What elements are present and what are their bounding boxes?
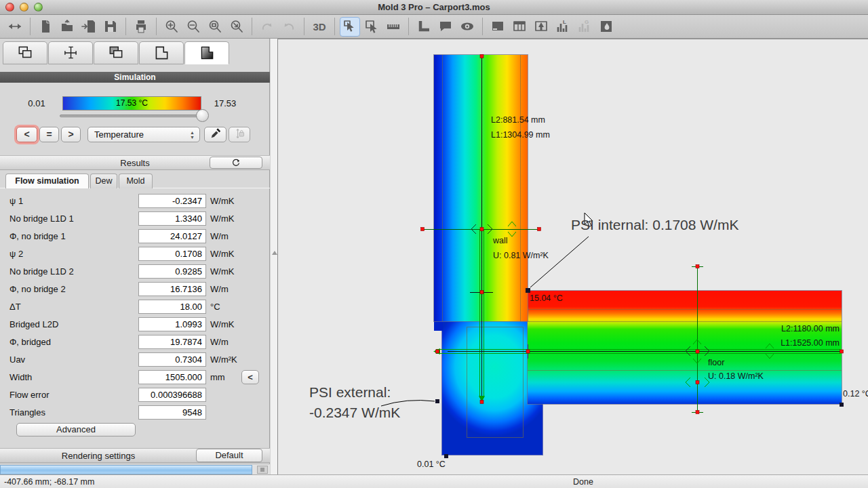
comment-tool-button[interactable] xyxy=(435,17,456,37)
result-row: UavW/m²K xyxy=(0,352,270,369)
panel-horizontal-scrollbar[interactable] xyxy=(0,464,270,474)
simulation-header: Simulation xyxy=(0,72,270,83)
new-file-button[interactable] xyxy=(35,17,56,37)
step-prev-button[interactable]: < xyxy=(16,127,37,142)
title-bar: Mold 3 Pro – Carport3.mos xyxy=(0,0,868,15)
floor-l2-label: L2:1180.00 mm xyxy=(712,324,840,333)
scale-min-label: 0.01 xyxy=(19,98,54,108)
result-value-input[interactable] xyxy=(138,247,206,261)
result-value-input[interactable] xyxy=(138,370,206,384)
result-value-input[interactable] xyxy=(138,229,206,243)
select-tool-button[interactable] xyxy=(340,17,360,37)
result-value-input[interactable] xyxy=(138,335,206,349)
zoom-reset-button[interactable] xyxy=(226,17,247,37)
save-file-button[interactable] xyxy=(100,17,121,37)
dimension-lock-button xyxy=(229,127,250,142)
undo-button[interactable] xyxy=(257,17,277,37)
result-unit: W/mK xyxy=(210,266,234,277)
svg-text:L: L xyxy=(563,19,566,25)
tab-boundary[interactable] xyxy=(139,41,184,64)
result-row: Triangles xyxy=(0,405,270,422)
result-value-input[interactable] xyxy=(138,352,206,367)
tab-simulation[interactable] xyxy=(184,41,229,64)
zoom-out-button[interactable] xyxy=(183,17,203,37)
result-value-input[interactable] xyxy=(138,211,206,226)
step-next-button[interactable]: > xyxy=(61,127,81,142)
wall-l1-label: L1:1304.99 mm xyxy=(491,130,550,140)
view-chart-button[interactable] xyxy=(531,17,551,37)
select-area-tool-button[interactable] xyxy=(361,17,382,37)
tab-dew[interactable]: Dew xyxy=(90,174,117,188)
zoom-region-button[interactable] xyxy=(205,17,225,37)
fit-width-button[interactable] xyxy=(5,17,25,37)
floor-u-value-label: U: 0.18 W/m²K xyxy=(708,371,764,381)
wall-name-label: wall xyxy=(493,236,508,245)
result-value-input[interactable] xyxy=(138,388,206,402)
result-unit: W/m xyxy=(210,231,229,241)
import-file-button[interactable] xyxy=(79,17,99,37)
result-value-input[interactable] xyxy=(138,317,206,331)
print-button[interactable] xyxy=(131,17,151,37)
result-unit: W/m xyxy=(210,284,229,294)
3d-view-button[interactable]: 3D xyxy=(309,17,330,37)
result-row: No bridge L1D 2W/mK xyxy=(0,264,270,281)
tab-flow-simulation[interactable]: Flow simulation xyxy=(5,174,89,188)
result-value-input[interactable] xyxy=(138,194,206,208)
tab-dimensions[interactable] xyxy=(48,41,93,64)
view-table-button[interactable] xyxy=(509,17,530,37)
result-label: Flow error xyxy=(9,390,50,400)
result-label: ΔT xyxy=(9,302,21,312)
result-value-input[interactable] xyxy=(138,282,206,296)
gutter-arrow-icon xyxy=(272,251,277,255)
scale-slider-handle[interactable] xyxy=(196,109,209,122)
toolbar-divider xyxy=(125,18,126,35)
result-row: Φ, no bridge 2W/m xyxy=(0,281,270,299)
result-value-input[interactable] xyxy=(138,405,206,420)
open-file-button[interactable] xyxy=(57,17,77,37)
result-value-input[interactable] xyxy=(138,264,206,279)
visibility-button[interactable] xyxy=(457,17,477,37)
corner-temperature-label: 15.04 °C xyxy=(530,293,563,303)
tab-geometry[interactable] xyxy=(3,41,47,64)
toolbar: 3D L G xyxy=(0,15,868,39)
drawing-canvas[interactable]: L2:881.54 mm L1:1304.99 mm wall U: 0.81 … xyxy=(278,39,868,474)
zoom-in-button[interactable] xyxy=(161,17,182,37)
rendering-default-button[interactable]: Default xyxy=(196,449,262,462)
result-label: No bridge L1D 2 xyxy=(9,266,74,277)
toolbar-divider xyxy=(408,18,409,35)
tab-materials[interactable] xyxy=(94,41,138,64)
result-row: Flow error xyxy=(0,387,270,405)
refresh-results-button[interactable] xyxy=(210,157,262,169)
result-row: ΔT°C xyxy=(0,299,270,317)
psi-external-label-line1: PSI external: xyxy=(309,384,391,401)
corner-tool-button[interactable] xyxy=(414,17,434,37)
result-row: Bridged L2DW/mK xyxy=(0,317,270,334)
tab-mold[interactable]: Mold xyxy=(119,174,153,188)
application-window: Mold 3 Pro – Carport3.mos 3D L G xyxy=(0,0,868,488)
result-value-input[interactable] xyxy=(138,300,206,314)
advanced-button[interactable]: Advanced xyxy=(16,423,136,436)
step-equal-button[interactable]: = xyxy=(39,127,59,142)
scrollbar-thumb[interactable] xyxy=(0,465,252,474)
chart-l-button[interactable]: L xyxy=(553,17,573,37)
result-label: Bridged L2D xyxy=(9,319,58,329)
scale-slider-track[interactable] xyxy=(60,115,205,117)
view-result-button[interactable] xyxy=(488,17,508,37)
moisture-view-button[interactable] xyxy=(596,17,616,37)
measure-tool-button[interactable] xyxy=(383,17,403,37)
result-row: Φ, no bridge 1W/m xyxy=(0,228,270,246)
temperature-colorbar: 17.53 °C xyxy=(62,96,201,110)
result-label: Uav xyxy=(9,354,25,365)
chart-g-button[interactable]: G xyxy=(574,17,595,37)
eyedropper-button[interactable] xyxy=(204,127,226,142)
result-unit: °C xyxy=(210,302,220,312)
floor-name-label: floor xyxy=(708,358,724,367)
redo-button[interactable] xyxy=(279,17,299,37)
result-row: Φ, bridgedW/m xyxy=(0,334,270,352)
left-panel: Simulation 0.01 17.53 °C 17.53 < = > Tem… xyxy=(0,39,270,474)
status-bar: -407.66 mm; -68.17 mm Done xyxy=(0,474,868,488)
toolbar-divider xyxy=(156,18,157,35)
scrollbar-button[interactable] xyxy=(257,466,268,474)
field-select[interactable]: Temperature ▲▼ xyxy=(87,127,200,142)
width-collapse-button[interactable]: < xyxy=(241,370,259,384)
